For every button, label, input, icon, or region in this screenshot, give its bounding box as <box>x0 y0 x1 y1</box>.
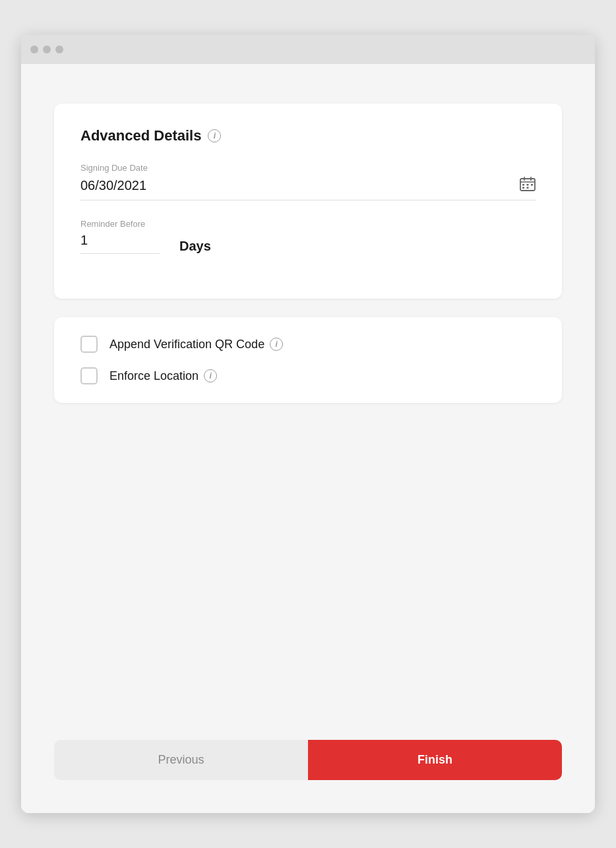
finish-button[interactable]: Finish <box>308 740 562 780</box>
svg-rect-8 <box>527 187 529 189</box>
signing-due-date-group: Signing Due Date 06/30/2021 <box>80 163 536 200</box>
maximize-button[interactable] <box>55 45 63 53</box>
append-qr-label-text: Append Verification QR Code <box>109 338 264 351</box>
enforce-location-info-icon[interactable]: i <box>204 369 217 382</box>
close-button[interactable] <box>30 45 38 53</box>
days-label: Days <box>179 239 211 254</box>
buttons-row: Previous Finish <box>54 740 562 787</box>
append-qr-label: Append Verification QR Code i <box>109 338 283 351</box>
advanced-details-info-icon[interactable]: i <box>208 129 221 142</box>
svg-rect-7 <box>522 187 524 189</box>
reminder-before-label: Reminder Before <box>80 219 536 229</box>
signing-due-date-row: 06/30/2021 <box>80 177 536 200</box>
enforce-location-row: Enforce Location i <box>80 367 536 384</box>
enforce-location-checkbox[interactable] <box>80 367 98 384</box>
card-title: Advanced Details i <box>80 127 536 144</box>
advanced-details-title: Advanced Details <box>80 127 201 144</box>
append-qr-row: Append Verification QR Code i <box>80 336 536 353</box>
enforce-location-label-text: Enforce Location <box>109 369 199 383</box>
svg-rect-4 <box>522 184 524 186</box>
enforce-location-label: Enforce Location i <box>109 369 217 383</box>
title-bar <box>21 35 595 64</box>
reminder-input[interactable] <box>80 233 133 248</box>
signing-due-date-value: 06/30/2021 <box>80 178 146 193</box>
traffic-lights <box>30 45 63 53</box>
reminder-input-wrap <box>80 233 160 254</box>
calendar-icon[interactable] <box>520 177 536 195</box>
signing-due-date-label: Signing Due Date <box>80 163 536 173</box>
checkboxes-card: Append Verification QR Code i Enforce Lo… <box>54 317 562 403</box>
append-qr-checkbox[interactable] <box>80 336 98 353</box>
svg-rect-6 <box>531 184 533 186</box>
advanced-details-card: Advanced Details i Signing Due Date 06/3… <box>54 104 562 299</box>
previous-button[interactable]: Previous <box>54 740 308 780</box>
content-area: Advanced Details i Signing Due Date 06/3… <box>21 64 595 813</box>
reminder-before-row: Days <box>80 233 536 254</box>
app-window: Advanced Details i Signing Due Date 06/3… <box>21 35 595 813</box>
append-qr-info-icon[interactable]: i <box>270 338 283 351</box>
minimize-button[interactable] <box>43 45 51 53</box>
reminder-before-group: Reminder Before Days <box>80 219 536 254</box>
svg-rect-5 <box>527 184 529 186</box>
